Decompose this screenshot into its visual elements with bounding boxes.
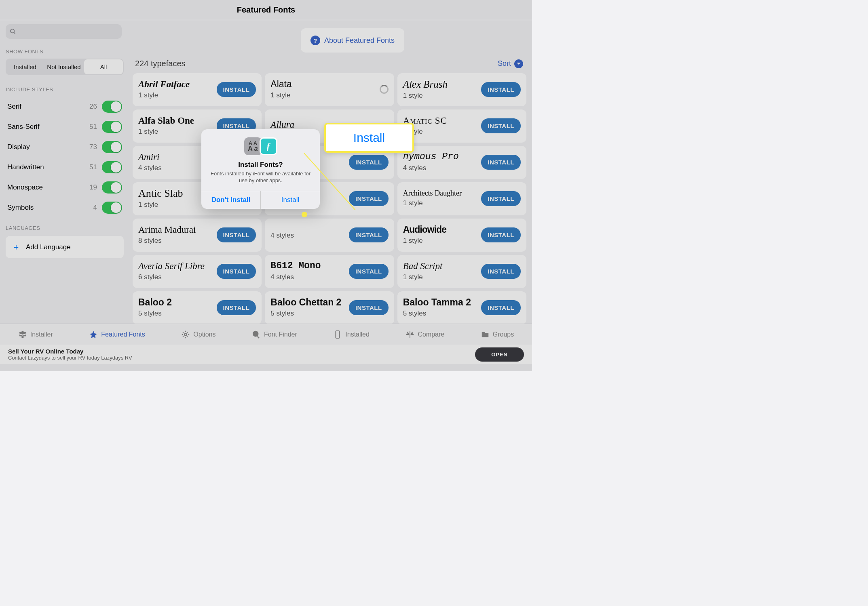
font-card[interactable]: Averia Serif Libre 6 styles INSTALL xyxy=(133,255,262,288)
font-card[interactable]: Baloo 2 5 styles INSTALL xyxy=(133,291,262,324)
style-name: Display xyxy=(7,143,30,151)
font-card[interactable]: Baloo Tamma 2 5 styles INSTALL xyxy=(397,291,526,324)
phone-icon xyxy=(333,330,342,339)
install-font-button[interactable]: INSTALL xyxy=(481,191,521,206)
header: Featured Fonts xyxy=(0,0,532,20)
style-toggle[interactable] xyxy=(102,121,122,133)
search-input[interactable] xyxy=(6,24,122,39)
font-card[interactable]: Abril Fatface 1 style INSTALL xyxy=(133,73,262,106)
segment-not-installed[interactable]: Not Installed xyxy=(44,59,83,75)
dialog-app-icons: A AA a f xyxy=(208,137,313,155)
font-name: Baloo Chettan 2 xyxy=(270,297,341,307)
font-name: Audiowide xyxy=(403,225,446,235)
install-font-button[interactable]: INSTALL xyxy=(481,155,521,170)
install-font-button[interactable]: INSTALL xyxy=(349,155,389,170)
style-count: 4 xyxy=(93,204,97,212)
plus-icon: ＋ xyxy=(12,242,20,253)
style-row-symbols: Symbols 4 xyxy=(6,198,124,218)
font-styles-count: 1 style xyxy=(403,92,448,100)
segment-all[interactable]: All xyxy=(84,59,123,74)
install-font-button[interactable]: INSTALL xyxy=(481,264,521,279)
font-card[interactable]: Bad Script 1 style INSTALL xyxy=(397,255,526,288)
sidebar: SHOW FONTS InstalledNot InstalledAll INC… xyxy=(0,20,133,316)
dialog-message: Fonts installed by iFont will be availab… xyxy=(208,170,313,184)
font-styles-count: 1 style xyxy=(138,91,190,99)
install-font-button[interactable]: INSTALL xyxy=(481,82,521,97)
font-card[interactable]: 4 styles INSTALL xyxy=(265,219,394,252)
font-styles-count: 1 style xyxy=(403,237,446,245)
typeface-count: 224 typefaces xyxy=(135,59,186,68)
ad-banner[interactable]: Sell Your RV Online Today Contact Lazyda… xyxy=(0,345,532,364)
tab-options[interactable]: Options xyxy=(181,330,215,339)
include-styles-label: INCLUDE STYLES xyxy=(6,86,128,93)
tab-installer[interactable]: Installer xyxy=(18,330,53,339)
style-row-sans-serif: Sans-Serif 51 xyxy=(6,117,124,137)
svg-rect-4 xyxy=(257,336,260,338)
sort-button[interactable]: Sort xyxy=(498,59,523,68)
tab-featured-fonts[interactable]: Featured Fonts xyxy=(89,330,145,339)
font-name: Arima Madurai xyxy=(138,225,196,235)
font-name: Alfa Slab One xyxy=(138,116,194,126)
font-card[interactable]: Architects Daughter 1 style INSTALL xyxy=(397,182,526,215)
font-card[interactable]: Amatic SC 1 style INSTALL xyxy=(397,109,526,143)
loading-spinner-icon xyxy=(380,85,389,94)
show-fonts-label: SHOW FONTS xyxy=(6,48,128,55)
install-font-button[interactable]: INSTALL xyxy=(217,264,256,279)
style-count: 51 xyxy=(89,123,97,131)
add-language-button[interactable]: ＋ Add Language xyxy=(6,236,124,258)
style-count: 73 xyxy=(89,143,97,151)
dont-install-button[interactable]: Don't Install xyxy=(201,191,261,209)
style-name: Sans-Serif xyxy=(7,123,39,131)
font-name: Baloo Tamma 2 xyxy=(403,297,471,307)
languages-label: LANGUAGES xyxy=(6,225,128,231)
tab-installed[interactable]: Installed xyxy=(333,330,370,339)
segment-installed[interactable]: Installed xyxy=(6,59,44,75)
install-font-button[interactable]: INSTALL xyxy=(349,300,389,315)
style-toggle[interactable] xyxy=(102,202,122,214)
font-card[interactable]: Alata 1 style xyxy=(265,73,394,106)
font-name: Allura xyxy=(270,120,294,130)
install-font-button[interactable]: INSTALL xyxy=(481,118,521,133)
font-card[interactable]: Alex Brush 1 style INSTALL xyxy=(397,73,526,106)
font-card[interactable]: B612 Mono 4 styles INSTALL xyxy=(265,255,394,288)
tab-groups[interactable]: Groups xyxy=(481,330,514,339)
style-toggle[interactable] xyxy=(102,101,122,113)
folder-icon xyxy=(481,330,490,339)
style-toggle[interactable] xyxy=(102,161,122,173)
font-styles-count: 1 style xyxy=(403,199,462,207)
style-name: Handwritten xyxy=(7,163,44,171)
font-card[interactable]: Audiowide 1 style INSTALL xyxy=(397,219,526,252)
font-name: nymous Pro xyxy=(403,152,459,162)
style-toggle[interactable] xyxy=(102,181,122,194)
install-font-button[interactable]: INSTALL xyxy=(481,227,521,242)
style-toggle[interactable] xyxy=(102,141,122,153)
font-styles-count: 1 style xyxy=(138,128,194,136)
font-grid: Abril Fatface 1 style INSTALL Alata 1 st… xyxy=(133,73,526,324)
font-styles-count: 5 styles xyxy=(270,309,341,318)
install-font-button[interactable]: INSTALL xyxy=(349,264,389,279)
svg-line-1 xyxy=(14,32,15,34)
font-name: Averia Serif Libre xyxy=(138,261,205,271)
font-card[interactable]: Baloo Chettan 2 5 styles INSTALL xyxy=(265,291,394,324)
install-font-button[interactable]: INSTALL xyxy=(217,227,256,242)
tab-font-finder[interactable]: Font Finder xyxy=(252,330,297,339)
install-font-button[interactable]: INSTALL xyxy=(481,300,521,315)
ad-open-button[interactable]: OPEN xyxy=(475,347,524,362)
gear-icon xyxy=(181,330,190,339)
install-font-button[interactable]: INSTALL xyxy=(349,227,389,242)
tab-compare[interactable]: Compare xyxy=(405,330,444,339)
font-name: B612 Mono xyxy=(270,261,321,271)
font-card[interactable]: Arima Madurai 8 styles INSTALL xyxy=(133,219,262,252)
style-name: Serif xyxy=(7,103,21,111)
install-font-button[interactable]: INSTALL xyxy=(217,300,256,315)
font-styles-count: 6 styles xyxy=(138,273,205,281)
install-font-button[interactable]: INSTALL xyxy=(349,191,389,206)
about-featured-fonts-button[interactable]: ? About Featured Fonts xyxy=(301,28,404,53)
font-card[interactable]: nymous Pro 4 styles INSTALL xyxy=(397,146,526,179)
install-button[interactable]: Install xyxy=(261,191,320,209)
svg-rect-5 xyxy=(336,330,340,338)
font-styles-count: 5 styles xyxy=(403,309,471,318)
install-font-button[interactable]: INSTALL xyxy=(217,82,256,97)
star-icon xyxy=(89,330,98,339)
font-styles-count: 4 styles xyxy=(270,273,321,281)
